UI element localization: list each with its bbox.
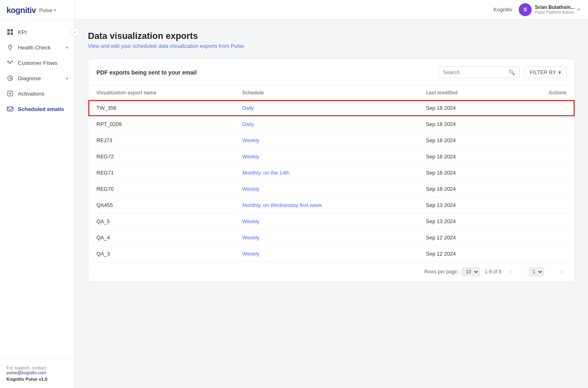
table-row: QA_5 Weekly Sep 13 2024 — [88, 213, 575, 230]
email-icon — [6, 105, 14, 113]
cell-actions — [509, 197, 575, 213]
sidebar-item-diagnose-label: Diagnose — [18, 75, 41, 81]
cell-last-modified: Sep 18 2024 — [418, 165, 509, 181]
exports-card: PDF exports being sent to your email 🔍 F… — [88, 59, 575, 282]
sidebar-item-customer-flows-label: Customer Flows — [18, 60, 58, 66]
svg-rect-0 — [7, 29, 10, 32]
card-header: PDF exports being sent to your email 🔍 F… — [88, 59, 575, 86]
user-menu-chevron[interactable]: ▾ — [578, 7, 580, 12]
brand-chevron[interactable]: ▾ — [54, 8, 56, 13]
sidebar-collapse-button[interactable]: ‹ — [71, 28, 79, 36]
next-page-button[interactable]: › — [545, 267, 555, 277]
cell-schedule: Daily — [234, 100, 418, 116]
cell-last-modified: Sep 12 2024 — [418, 246, 509, 262]
topbar-user: S Srian Bulathsin... Pulse Platform Admi… — [519, 3, 580, 16]
cell-schedule: Weekly — [234, 149, 418, 165]
cell-last-modified: Sep 18 2024 — [418, 132, 509, 149]
activations-icon — [6, 90, 14, 97]
pagination-controls: « ‹ 1 › » — [506, 267, 567, 277]
sidebar-item-health-check-label: Health Check — [18, 45, 51, 51]
cell-last-modified: Sep 18 2024 — [418, 149, 509, 165]
cell-schedule: Weekly — [234, 246, 418, 262]
cell-schedule: Weekly — [234, 230, 418, 246]
card-title: PDF exports being sent to your email — [96, 69, 197, 76]
topbar-company: Kognitiv — [494, 6, 512, 13]
support-email[interactable]: pulse@kognitiv.com — [6, 370, 46, 375]
svg-rect-3 — [11, 32, 13, 35]
last-page-button[interactable]: » — [557, 267, 567, 277]
cell-schedule: Monthly, on Wednesday first week — [234, 197, 418, 213]
cell-last-modified: Sep 18 2024 — [418, 100, 509, 116]
customer-flows-icon — [6, 59, 14, 66]
cell-schedule: Weekly — [234, 213, 418, 230]
filter-by-button[interactable]: FILTER BY ▾ — [524, 66, 567, 78]
cell-schedule: Weekly — [234, 181, 418, 197]
cell-actions — [509, 165, 575, 181]
chevron-down-icon: ▾ — [66, 45, 68, 50]
filter-chevron-icon: ▾ — [558, 69, 561, 75]
sidebar-item-customer-flows[interactable]: Customer Flows — [0, 55, 75, 70]
cell-actions — [509, 230, 575, 246]
col-name: Visualization export name — [88, 86, 234, 100]
main-content: Data visualization exports View and edit… — [75, 19, 588, 388]
cell-schedule: Monthly, on the 14th — [234, 165, 418, 181]
col-schedule: Schedule — [234, 86, 418, 100]
svg-rect-2 — [7, 32, 10, 35]
exports-table-wrapper: Visualization export name Schedule Last … — [88, 86, 575, 262]
cell-name: QA_3 — [88, 246, 234, 262]
cell-actions — [509, 246, 575, 262]
cell-name: REG71 — [88, 165, 234, 181]
sidebar-item-scheduled-emails-label: Scheduled emails — [18, 106, 64, 112]
cell-name: TW_356 — [88, 100, 234, 116]
sidebar-item-health-check[interactable]: Health Check ▾ — [0, 40, 75, 55]
cell-last-modified: Sep 13 2024 — [418, 213, 509, 230]
cell-name: RPT_0209 — [88, 116, 234, 132]
cell-last-modified: Sep 18 2024 — [418, 181, 509, 197]
sidebar-item-activations[interactable]: Activations — [0, 86, 75, 101]
version-text: Kognitiv Pulse v1.0 — [6, 377, 68, 382]
cell-schedule: Weekly — [234, 132, 418, 149]
svg-point-4 — [10, 46, 11, 47]
user-info: Srian Bulathsin... Pulse Platform Admin — [535, 4, 575, 15]
cell-actions — [509, 181, 575, 197]
sidebar-item-diagnose[interactable]: Diagnose ▾ — [0, 70, 75, 86]
first-page-button[interactable]: « — [506, 267, 516, 277]
svg-rect-10 — [7, 107, 13, 111]
diagnose-icon — [6, 75, 14, 82]
support-text: For support, contact — [6, 365, 68, 370]
sidebar-item-kpi[interactable]: KPI — [0, 24, 75, 40]
search-input[interactable] — [443, 69, 506, 75]
cell-name: QA_4 — [88, 230, 234, 246]
cell-name: QA_5 — [88, 213, 234, 230]
chevron-down-icon-diagnose: ▾ — [66, 76, 68, 81]
user-name: Srian Bulathsin... — [535, 4, 575, 10]
table-row: RPT_0209 Daily Sep 18 2024 — [88, 116, 575, 132]
table-row: TW_356 Daily Sep 18 2024 — [88, 100, 575, 116]
svg-rect-1 — [11, 29, 13, 32]
brand-logo: kognitiv — [6, 6, 36, 15]
sidebar-item-kpi-label: KPI — [18, 29, 27, 35]
table-row: QA_3 Weekly Sep 12 2024 — [88, 246, 575, 262]
rows-per-page-select[interactable]: 10 25 50 — [462, 267, 480, 276]
sidebar-logo: kognitiv Pulse ▾ — [0, 0, 75, 21]
table-row: REG70 Weekly Sep 18 2024 — [88, 181, 575, 197]
table-row: REG72 Weekly Sep 18 2024 — [88, 149, 575, 165]
rows-per-page-label: Rows per page : — [424, 269, 460, 275]
table-row: REJ73 Weekly Sep 18 2024 — [88, 132, 575, 149]
table-row: REG71 Monthly, on the 14th Sep 18 2024 — [88, 165, 575, 181]
search-box[interactable]: 🔍 — [438, 66, 520, 78]
page-select[interactable]: 1 — [529, 267, 544, 276]
sidebar-item-activations-label: Activations — [18, 91, 44, 97]
cell-name: REG70 — [88, 181, 234, 197]
pagination-range: 1-9 of 9 — [485, 269, 501, 275]
sidebar-footer: For support, contact pulse@kognitiv.com … — [0, 358, 75, 388]
sidebar-item-scheduled-emails[interactable]: Scheduled emails — [0, 101, 75, 117]
col-actions: Actions — [509, 86, 575, 100]
page-title: Data visualization exports — [88, 31, 575, 41]
exports-table: Visualization export name Schedule Last … — [88, 86, 575, 262]
cell-actions — [509, 149, 575, 165]
prev-page-button[interactable]: ‹ — [517, 267, 527, 277]
topbar: Kognitiv S Srian Bulathsin... Pulse Plat… — [75, 0, 588, 19]
sidebar-nav: KPI Health Check ▾ Cus — [0, 21, 75, 358]
table-row: QA455 Monthly, on Wednesday first week S… — [88, 197, 575, 213]
